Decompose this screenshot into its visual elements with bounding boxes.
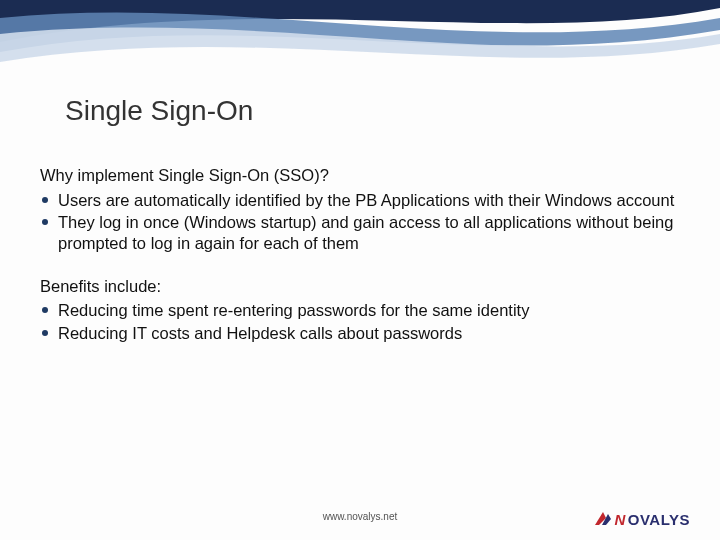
section2-bullets: Reducing time spent re-entering password… [40, 300, 680, 343]
logo-mark-icon [594, 510, 612, 528]
logo-text-pre: N [614, 511, 625, 528]
list-item: Reducing IT costs and Helpdesk calls abo… [40, 323, 680, 344]
list-item: Reducing time spent re-entering password… [40, 300, 680, 321]
section1-bullets: Users are automatically identified by th… [40, 190, 680, 254]
slide-body: Why implement Single Sign-On (SSO)? User… [40, 165, 680, 365]
novalys-logo: NOVALYS [594, 510, 690, 528]
list-item: They log in once (Windows startup) and g… [40, 212, 680, 253]
section1-lead: Why implement Single Sign-On (SSO)? [40, 165, 680, 186]
list-item: Users are automatically identified by th… [40, 190, 680, 211]
logo-text-post: OVALYS [628, 511, 690, 528]
section2-lead: Benefits include: [40, 276, 680, 297]
slide-title: Single Sign-On [65, 95, 253, 127]
header-decoration [0, 0, 720, 90]
